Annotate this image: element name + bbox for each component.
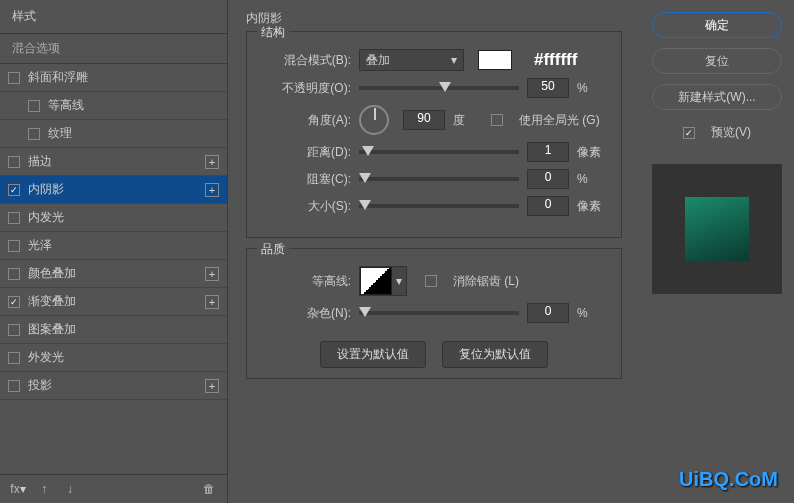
styles-sidebar: 样式 混合选项 斜面和浮雕等高线纹理描边+内阴影+内发光光泽颜色叠加+渐变叠加+… xyxy=(0,0,228,503)
style-checkbox[interactable] xyxy=(8,268,20,280)
style-label: 图案叠加 xyxy=(28,321,76,338)
distance-input[interactable]: 1 xyxy=(527,142,569,162)
style-item-5[interactable]: 内发光 xyxy=(0,204,227,232)
style-label: 描边 xyxy=(28,153,52,170)
reset-default-button[interactable]: 复位为默认值 xyxy=(442,341,548,368)
blending-options[interactable]: 混合选项 xyxy=(0,34,227,64)
contour-preview[interactable] xyxy=(360,267,392,295)
choke-slider[interactable] xyxy=(359,177,519,181)
style-label: 颜色叠加 xyxy=(28,265,76,282)
style-item-10[interactable]: 外发光 xyxy=(0,344,227,372)
distance-unit: 像素 xyxy=(577,144,607,161)
styles-header: 样式 xyxy=(0,0,227,34)
add-effect-icon[interactable]: + xyxy=(205,183,219,197)
style-checkbox[interactable] xyxy=(8,72,20,84)
style-checkbox[interactable] xyxy=(8,324,20,336)
add-effect-icon[interactable]: + xyxy=(205,267,219,281)
style-checkbox[interactable] xyxy=(8,380,20,392)
size-unit: 像素 xyxy=(577,198,607,215)
antialias-checkbox[interactable] xyxy=(425,275,437,287)
settings-panel: 内阴影 结构 混合模式(B): 叠加▾ #ffffff 不透明度(O): 50 … xyxy=(228,0,640,503)
preview-swatch xyxy=(685,197,749,261)
up-icon[interactable]: ↑ xyxy=(36,481,52,497)
structure-legend: 结构 xyxy=(257,24,289,41)
style-checkbox[interactable] xyxy=(28,128,40,140)
size-input[interactable]: 0 xyxy=(527,196,569,216)
contour-dropdown[interactable]: ▾ xyxy=(392,267,406,295)
style-checkbox[interactable] xyxy=(8,212,20,224)
style-item-6[interactable]: 光泽 xyxy=(0,232,227,260)
style-item-1[interactable]: 等高线 xyxy=(0,92,227,120)
style-label: 内发光 xyxy=(28,209,64,226)
style-item-4[interactable]: 内阴影+ xyxy=(0,176,227,204)
quality-legend: 品质 xyxy=(257,241,289,258)
style-item-7[interactable]: 颜色叠加+ xyxy=(0,260,227,288)
style-item-9[interactable]: 图案叠加 xyxy=(0,316,227,344)
angle-label: 角度(A): xyxy=(261,112,351,129)
style-label: 渐变叠加 xyxy=(28,293,76,310)
opacity-input[interactable]: 50 xyxy=(527,78,569,98)
style-list: 斜面和浮雕等高线纹理描边+内阴影+内发光光泽颜色叠加+渐变叠加+图案叠加外发光投… xyxy=(0,64,227,474)
color-swatch[interactable] xyxy=(478,50,512,70)
noise-label: 杂色(N): xyxy=(261,305,351,322)
preview-checkbox[interactable] xyxy=(683,127,695,139)
size-label: 大小(S): xyxy=(261,198,351,215)
new-style-button[interactable]: 新建样式(W)... xyxy=(652,84,782,110)
noise-slider[interactable] xyxy=(359,311,519,315)
add-effect-icon[interactable]: + xyxy=(205,155,219,169)
angle-input[interactable]: 90 xyxy=(403,110,445,130)
make-default-button[interactable]: 设置为默认值 xyxy=(320,341,426,368)
style-checkbox[interactable] xyxy=(8,184,20,196)
color-hex-annotation: #ffffff xyxy=(534,50,577,70)
antialias-label: 消除锯齿 (L) xyxy=(453,273,519,290)
style-label: 内阴影 xyxy=(28,181,64,198)
style-checkbox[interactable] xyxy=(8,352,20,364)
trash-icon[interactable]: 🗑 xyxy=(201,481,217,497)
blend-mode-label: 混合模式(B): xyxy=(261,52,351,69)
right-panel: 确定 复位 新建样式(W)... 预览(V) xyxy=(640,0,794,503)
style-item-11[interactable]: 投影+ xyxy=(0,372,227,400)
style-checkbox[interactable] xyxy=(8,240,20,252)
add-effect-icon[interactable]: + xyxy=(205,295,219,309)
choke-input[interactable]: 0 xyxy=(527,169,569,189)
style-checkbox[interactable] xyxy=(8,156,20,168)
quality-group: 品质 等高线: ▾ 消除锯齿 (L) 杂色(N): 0 % 设置为默认值 复位为… xyxy=(246,248,622,379)
style-item-2[interactable]: 纹理 xyxy=(0,120,227,148)
style-item-8[interactable]: 渐变叠加+ xyxy=(0,288,227,316)
distance-label: 距离(D): xyxy=(261,144,351,161)
cancel-button[interactable]: 复位 xyxy=(652,48,782,74)
style-label: 投影 xyxy=(28,377,52,394)
fx-icon[interactable]: fx▾ xyxy=(10,481,26,497)
style-label: 外发光 xyxy=(28,349,64,366)
distance-slider[interactable] xyxy=(359,150,519,154)
contour-label: 等高线: xyxy=(261,273,351,290)
sidebar-footer: fx▾ ↑ ↓ 🗑 xyxy=(0,474,227,503)
choke-label: 阻塞(C): xyxy=(261,171,351,188)
style-item-0[interactable]: 斜面和浮雕 xyxy=(0,64,227,92)
choke-unit: % xyxy=(577,172,607,186)
blend-mode-select[interactable]: 叠加▾ xyxy=(359,49,464,71)
style-label: 光泽 xyxy=(28,237,52,254)
watermark-logo: UiBQ.CoM xyxy=(679,468,778,491)
size-slider[interactable] xyxy=(359,204,519,208)
style-checkbox[interactable] xyxy=(8,296,20,308)
preview-label: 预览(V) xyxy=(711,124,751,141)
global-light-label: 使用全局光 (G) xyxy=(519,112,600,129)
angle-unit: 度 xyxy=(453,112,483,129)
opacity-label: 不透明度(O): xyxy=(261,80,351,97)
opacity-slider[interactable] xyxy=(359,86,519,90)
down-icon[interactable]: ↓ xyxy=(62,481,78,497)
style-label: 等高线 xyxy=(48,97,84,114)
style-label: 纹理 xyxy=(48,125,72,142)
angle-dial[interactable] xyxy=(359,105,389,135)
chevron-down-icon: ▾ xyxy=(451,53,457,67)
style-label: 斜面和浮雕 xyxy=(28,69,88,86)
style-item-3[interactable]: 描边+ xyxy=(0,148,227,176)
ok-button[interactable]: 确定 xyxy=(652,12,782,38)
panel-title: 内阴影 xyxy=(246,10,622,27)
global-light-checkbox[interactable] xyxy=(491,114,503,126)
opacity-unit: % xyxy=(577,81,607,95)
add-effect-icon[interactable]: + xyxy=(205,379,219,393)
noise-input[interactable]: 0 xyxy=(527,303,569,323)
style-checkbox[interactable] xyxy=(28,100,40,112)
